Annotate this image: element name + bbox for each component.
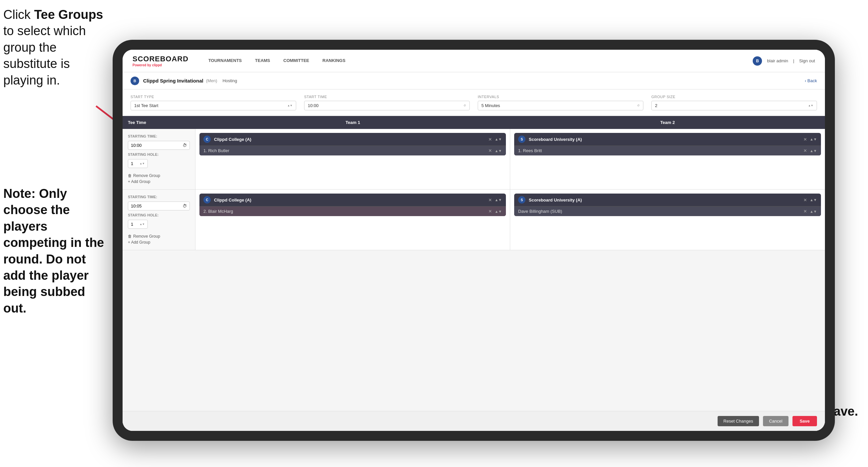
back-button[interactable]: ‹ Back bbox=[805, 78, 817, 83]
group1-actions: 🗑 Remove Group + Add Group bbox=[128, 173, 190, 184]
group1-team2-actions: ✕ ▲▼ bbox=[803, 137, 817, 142]
bottom-bar: Reset Changes Cancel Save bbox=[123, 411, 825, 431]
reset-changes-button[interactable]: Reset Changes bbox=[718, 416, 760, 426]
group2-team1-actions: ✕ ▲▼ bbox=[488, 198, 502, 203]
nav-links: TOURNAMENTS TEAMS COMMITTEE RANKINGS bbox=[202, 50, 753, 72]
group2-team2-player1-actions: ✕ ▲▼ bbox=[803, 209, 817, 214]
table-header: Tee Time Team 1 Team 2 bbox=[123, 116, 825, 129]
group2-team1-cell: C Clippd College (A) ✕ ▲▼ 2. Blair McHar… bbox=[195, 189, 510, 250]
group1-team1-player1-name: 1. Rich Butler bbox=[204, 148, 485, 153]
nav-right: B blair admin | Sign out bbox=[753, 56, 815, 66]
group2-team2-player1-remove-icon[interactable]: ✕ bbox=[803, 209, 807, 214]
intervals-label: Intervals bbox=[478, 95, 643, 99]
start-type-label: Start Type bbox=[130, 95, 296, 99]
nav-rankings[interactable]: RANKINGS bbox=[316, 50, 352, 72]
cancel-button[interactable]: Cancel bbox=[763, 416, 788, 426]
col-team1: Team 1 bbox=[195, 116, 510, 129]
group2-team1-badge: C bbox=[204, 196, 211, 204]
group1-starting-time-input[interactable]: 10:00 ⏱ bbox=[128, 141, 190, 150]
group2-team2-expand-icon[interactable]: ▲▼ bbox=[810, 198, 817, 202]
group2-team2-actions: ✕ ▲▼ bbox=[803, 198, 817, 203]
group2-team2-player1-arrows: ▲▼ bbox=[810, 209, 817, 213]
list-item[interactable]: 2. Blair McHarg ✕ ▲▼ bbox=[199, 206, 506, 216]
group-size-input[interactable]: 2 ▲▼ bbox=[651, 101, 817, 110]
group2-team2-header: S Scoreboard University (A) ✕ ▲▼ bbox=[514, 194, 821, 206]
event-badge: B bbox=[130, 77, 139, 85]
group1-team2-card: S Scoreboard University (A) ✕ ▲▼ 1. Rees… bbox=[514, 133, 821, 155]
intervals-arrows: ⏱ bbox=[637, 105, 640, 107]
group1-team1-header: C Clippd College (A) ✕ ▲▼ bbox=[199, 133, 506, 146]
group1-hole-arrows: ▲▼ bbox=[140, 163, 145, 165]
start-type-group: Start Type 1st Tee Start ▲▼ bbox=[130, 95, 296, 110]
sign-out-link[interactable]: Sign out bbox=[799, 58, 815, 63]
nav-committee[interactable]: COMMITTEE bbox=[277, 50, 316, 72]
group2-time-clock: ⏱ bbox=[183, 204, 187, 208]
group2-team1-name: Clippd College (A) bbox=[214, 198, 485, 203]
nav-tournaments[interactable]: TOURNAMENTS bbox=[202, 50, 248, 72]
avatar: B bbox=[753, 56, 762, 66]
group1-team1-player1-actions: ✕ ▲▼ bbox=[488, 148, 502, 153]
navbar: SCOREBOARD Powered by clippd TOURNAMENTS… bbox=[123, 50, 825, 72]
event-title: Clippd Spring Invitational bbox=[143, 78, 204, 84]
content-area: Start Type 1st Tee Start ▲▼ Start Time 1… bbox=[123, 89, 825, 431]
event-gender: (Men) bbox=[206, 78, 217, 83]
group1-team2-player1-name: 1. Rees Britt bbox=[518, 148, 800, 153]
group2-starting-hole-input[interactable]: 1 ▲▼ bbox=[128, 220, 148, 229]
group2-team2-player1-name: Dave Billingham (SUB) bbox=[518, 209, 800, 214]
group1-team1-remove-icon[interactable]: ✕ bbox=[488, 137, 492, 142]
group1-team1-badge: C bbox=[204, 136, 211, 143]
group-size-label: Group Size bbox=[651, 95, 817, 99]
list-item: 1. Rich Butler ✕ ▲▼ bbox=[199, 146, 506, 155]
group2-time-cell: STARTING TIME: 10:05 ⏱ STARTING HOLE: 1 … bbox=[123, 189, 195, 250]
start-time-label: Start Time bbox=[304, 95, 470, 99]
group1-team2-cell: S Scoreboard University (A) ✕ ▲▼ 1. Rees… bbox=[510, 129, 825, 189]
group2-starting-time-input[interactable]: 10:05 ⏱ bbox=[128, 202, 190, 210]
group1-add-button[interactable]: + Add Group bbox=[128, 179, 190, 184]
group1-starting-hole-input[interactable]: 1 ▲▼ bbox=[128, 159, 148, 168]
user-name: blair admin bbox=[767, 58, 788, 63]
group1-team1-expand-icon[interactable]: ▲▼ bbox=[495, 137, 502, 141]
trash-icon: 🗑 bbox=[128, 173, 132, 178]
intervals-input[interactable]: 5 Minutes ⏱ bbox=[478, 101, 643, 110]
group2-add-button[interactable]: + Add Group bbox=[128, 240, 190, 244]
group-size-arrows: ▲▼ bbox=[808, 105, 813, 107]
group2-team2-badge: S bbox=[518, 196, 525, 204]
start-type-arrows: ▲▼ bbox=[287, 105, 292, 107]
group1-team2-player1-remove-icon[interactable]: ✕ bbox=[803, 148, 807, 153]
intervals-group: Intervals 5 Minutes ⏱ bbox=[478, 95, 643, 110]
start-time-group: Start Time 10:00 ⏱ bbox=[304, 95, 470, 110]
group2-starting-time-label: STARTING TIME: bbox=[128, 195, 190, 199]
group2-team1-expand-icon[interactable]: ▲▼ bbox=[495, 198, 502, 202]
group2-starting-hole-label: STARTING HOLE: bbox=[128, 213, 190, 217]
group2-team2-remove-icon[interactable]: ✕ bbox=[803, 198, 807, 203]
start-type-input[interactable]: 1st Tee Start ▲▼ bbox=[130, 101, 296, 110]
group1-time-cell: STARTING TIME: 10:00 ⏱ STARTING HOLE: 1 … bbox=[123, 129, 195, 189]
group2-team1-remove-icon[interactable]: ✕ bbox=[488, 198, 492, 203]
table-row: STARTING TIME: 10:05 ⏱ STARTING HOLE: 1 … bbox=[123, 189, 825, 250]
list-item: 1. Rees Britt ✕ ▲▼ bbox=[514, 146, 821, 155]
group2-team1-player1-remove-icon[interactable]: ✕ bbox=[488, 209, 492, 214]
tee-table: Tee Time Team 1 Team 2 STARTING TIME: 10… bbox=[123, 116, 825, 411]
group2-hole-arrows: ▲▼ bbox=[140, 223, 145, 226]
group2-actions: 🗑 Remove Group + Add Group bbox=[128, 234, 190, 244]
group1-team2-player1-arrows: ▲▼ bbox=[810, 149, 817, 153]
nav-teams[interactable]: TEAMS bbox=[248, 50, 277, 72]
group2-team1-header: C Clippd College (A) ✕ ▲▼ bbox=[199, 194, 506, 206]
col-tee-time: Tee Time bbox=[123, 116, 195, 129]
group1-remove-button[interactable]: 🗑 Remove Group bbox=[128, 173, 190, 178]
group1-team1-actions: ✕ ▲▼ bbox=[488, 137, 502, 142]
group2-team2-cell: S Scoreboard University (A) ✕ ▲▼ Dave Bi… bbox=[510, 189, 825, 250]
tablet-screen: SCOREBOARD Powered by clippd TOURNAMENTS… bbox=[123, 50, 825, 431]
group2-team1-player1-name: 2. Blair McHarg bbox=[204, 209, 485, 214]
group2-team2-name: Scoreboard University (A) bbox=[529, 198, 800, 203]
group1-team1-player1-remove-icon[interactable]: ✕ bbox=[488, 148, 492, 153]
group1-team2-expand-icon[interactable]: ▲▼ bbox=[810, 137, 817, 141]
group2-team1-player1-actions: ✕ ▲▼ bbox=[488, 209, 502, 214]
group2-remove-button[interactable]: 🗑 Remove Group bbox=[128, 234, 190, 239]
group1-team2-remove-icon[interactable]: ✕ bbox=[803, 137, 807, 142]
group2-team1-card[interactable]: C Clippd College (A) ✕ ▲▼ 2. Blair McHar… bbox=[199, 194, 506, 216]
logo-powered: Powered by clippd bbox=[132, 63, 188, 67]
group1-team2-badge: S bbox=[518, 136, 525, 143]
start-time-input[interactable]: 10:00 ⏱ bbox=[304, 101, 470, 110]
save-button[interactable]: Save bbox=[793, 416, 817, 426]
